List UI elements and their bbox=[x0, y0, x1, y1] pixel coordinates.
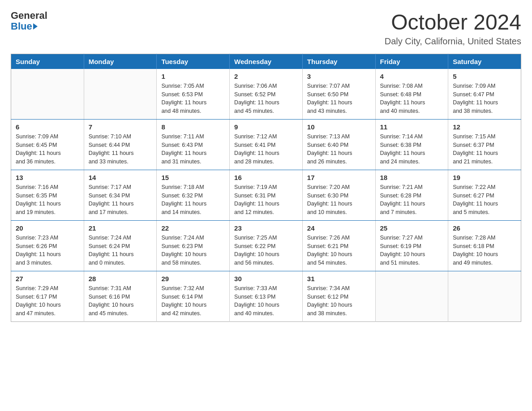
day-info: Sunrise: 7:11 AM Sunset: 6:43 PM Dayligh… bbox=[161, 133, 225, 166]
calendar-cell: 13Sunrise: 7:16 AM Sunset: 6:35 PM Dayli… bbox=[11, 170, 84, 220]
calendar-cell: 16Sunrise: 7:19 AM Sunset: 6:31 PM Dayli… bbox=[230, 170, 303, 220]
day-number: 7 bbox=[89, 123, 152, 131]
calendar-cell bbox=[448, 271, 521, 321]
day-number: 5 bbox=[453, 73, 516, 80]
day-number: 14 bbox=[89, 174, 152, 181]
day-info: Sunrise: 7:13 AM Sunset: 6:40 PM Dayligh… bbox=[307, 133, 371, 166]
day-info: Sunrise: 7:26 AM Sunset: 6:21 PM Dayligh… bbox=[307, 234, 371, 267]
day-number: 26 bbox=[453, 224, 516, 232]
month-title: October 2024 bbox=[385, 11, 521, 34]
logo-general: General bbox=[11, 11, 47, 21]
day-info: Sunrise: 7:12 AM Sunset: 6:41 PM Dayligh… bbox=[234, 133, 298, 166]
calendar-cell: 6Sunrise: 7:09 AM Sunset: 6:45 PM Daylig… bbox=[11, 119, 84, 170]
day-info: Sunrise: 7:22 AM Sunset: 6:27 PM Dayligh… bbox=[453, 183, 516, 217]
calendar-cell: 19Sunrise: 7:22 AM Sunset: 6:27 PM Dayli… bbox=[448, 170, 521, 220]
title-block: October 2024 Daly City, California, Unit… bbox=[385, 11, 521, 47]
calendar-cell: 26Sunrise: 7:28 AM Sunset: 6:18 PM Dayli… bbox=[448, 220, 521, 271]
day-info: Sunrise: 7:15 AM Sunset: 6:37 PM Dayligh… bbox=[453, 133, 516, 166]
day-info: Sunrise: 7:24 AM Sunset: 6:24 PM Dayligh… bbox=[89, 234, 152, 267]
calendar-week-1: 6Sunrise: 7:09 AM Sunset: 6:45 PM Daylig… bbox=[11, 119, 521, 170]
calendar-cell: 1Sunrise: 7:05 AM Sunset: 6:53 PM Daylig… bbox=[157, 69, 230, 120]
calendar-header: SundayMondayTuesdayWednesdayThursdayFrid… bbox=[11, 54, 521, 69]
calendar-cell: 17Sunrise: 7:20 AM Sunset: 6:30 PM Dayli… bbox=[302, 170, 375, 220]
day-info: Sunrise: 7:20 AM Sunset: 6:30 PM Dayligh… bbox=[307, 183, 371, 217]
day-number: 17 bbox=[307, 174, 371, 181]
day-info: Sunrise: 7:29 AM Sunset: 6:17 PM Dayligh… bbox=[16, 284, 79, 318]
calendar-cell: 18Sunrise: 7:21 AM Sunset: 6:28 PM Dayli… bbox=[375, 170, 448, 220]
day-info: Sunrise: 7:10 AM Sunset: 6:44 PM Dayligh… bbox=[89, 133, 152, 166]
header-cell-tuesday: Tuesday bbox=[157, 54, 230, 69]
day-info: Sunrise: 7:05 AM Sunset: 6:53 PM Dayligh… bbox=[161, 82, 225, 116]
header-cell-monday: Monday bbox=[84, 54, 157, 69]
header-cell-sunday: Sunday bbox=[11, 54, 84, 69]
day-number: 25 bbox=[380, 224, 444, 232]
day-info: Sunrise: 7:16 AM Sunset: 6:35 PM Dayligh… bbox=[16, 183, 79, 217]
calendar-cell: 20Sunrise: 7:23 AM Sunset: 6:26 PM Dayli… bbox=[11, 220, 84, 271]
calendar-week-3: 20Sunrise: 7:23 AM Sunset: 6:26 PM Dayli… bbox=[11, 220, 521, 271]
day-info: Sunrise: 7:28 AM Sunset: 6:18 PM Dayligh… bbox=[453, 234, 516, 267]
calendar-cell: 28Sunrise: 7:31 AM Sunset: 6:16 PM Dayli… bbox=[84, 271, 157, 321]
calendar-cell: 29Sunrise: 7:32 AM Sunset: 6:14 PM Dayli… bbox=[157, 271, 230, 321]
calendar-week-2: 13Sunrise: 7:16 AM Sunset: 6:35 PM Dayli… bbox=[11, 170, 521, 220]
day-number: 19 bbox=[453, 174, 516, 181]
calendar-cell: 27Sunrise: 7:29 AM Sunset: 6:17 PM Dayli… bbox=[11, 271, 84, 321]
calendar-week-4: 27Sunrise: 7:29 AM Sunset: 6:17 PM Dayli… bbox=[11, 271, 521, 321]
day-number: 24 bbox=[307, 224, 371, 232]
header-cell-thursday: Thursday bbox=[302, 54, 375, 69]
day-info: Sunrise: 7:08 AM Sunset: 6:48 PM Dayligh… bbox=[380, 82, 444, 116]
calendar-cell: 22Sunrise: 7:24 AM Sunset: 6:23 PM Dayli… bbox=[157, 220, 230, 271]
calendar-cell: 3Sunrise: 7:07 AM Sunset: 6:50 PM Daylig… bbox=[302, 69, 375, 120]
day-number: 29 bbox=[161, 275, 225, 283]
day-number: 28 bbox=[89, 275, 152, 283]
day-info: Sunrise: 7:18 AM Sunset: 6:32 PM Dayligh… bbox=[161, 183, 225, 217]
day-info: Sunrise: 7:09 AM Sunset: 6:45 PM Dayligh… bbox=[16, 133, 79, 166]
logo-blue-text: Blue bbox=[11, 21, 32, 32]
day-number: 22 bbox=[161, 224, 225, 232]
day-info: Sunrise: 7:23 AM Sunset: 6:26 PM Dayligh… bbox=[16, 234, 79, 267]
day-number: 10 bbox=[307, 123, 371, 131]
calendar-cell: 11Sunrise: 7:14 AM Sunset: 6:38 PM Dayli… bbox=[375, 119, 448, 170]
calendar-cell: 14Sunrise: 7:17 AM Sunset: 6:34 PM Dayli… bbox=[84, 170, 157, 220]
day-number: 8 bbox=[161, 123, 225, 131]
header-cell-wednesday: Wednesday bbox=[230, 54, 303, 69]
day-info: Sunrise: 7:19 AM Sunset: 6:31 PM Dayligh… bbox=[234, 183, 298, 217]
day-number: 23 bbox=[234, 224, 298, 232]
calendar-cell: 25Sunrise: 7:27 AM Sunset: 6:19 PM Dayli… bbox=[375, 220, 448, 271]
calendar-cell: 8Sunrise: 7:11 AM Sunset: 6:43 PM Daylig… bbox=[157, 119, 230, 170]
calendar-cell bbox=[84, 69, 157, 120]
calendar-cell: 2Sunrise: 7:06 AM Sunset: 6:52 PM Daylig… bbox=[230, 69, 303, 120]
calendar-body: 1Sunrise: 7:05 AM Sunset: 6:53 PM Daylig… bbox=[11, 69, 521, 322]
day-number: 9 bbox=[234, 123, 298, 131]
logo-arrow-icon bbox=[33, 23, 38, 30]
calendar-cell: 4Sunrise: 7:08 AM Sunset: 6:48 PM Daylig… bbox=[375, 69, 448, 120]
calendar-cell bbox=[11, 69, 84, 120]
calendar-cell: 12Sunrise: 7:15 AM Sunset: 6:37 PM Dayli… bbox=[448, 119, 521, 170]
logo-blue: Blue bbox=[11, 21, 38, 32]
day-number: 20 bbox=[16, 224, 79, 232]
location: Daly City, California, United States bbox=[385, 36, 521, 47]
day-number: 15 bbox=[161, 174, 225, 181]
page-header: General Blue October 2024 Daly City, Cal… bbox=[11, 11, 521, 47]
day-info: Sunrise: 7:06 AM Sunset: 6:52 PM Dayligh… bbox=[234, 82, 298, 116]
calendar-cell: 24Sunrise: 7:26 AM Sunset: 6:21 PM Dayli… bbox=[302, 220, 375, 271]
day-info: Sunrise: 7:34 AM Sunset: 6:12 PM Dayligh… bbox=[307, 284, 371, 318]
calendar-cell: 9Sunrise: 7:12 AM Sunset: 6:41 PM Daylig… bbox=[230, 119, 303, 170]
day-info: Sunrise: 7:21 AM Sunset: 6:28 PM Dayligh… bbox=[380, 183, 444, 217]
day-info: Sunrise: 7:24 AM Sunset: 6:23 PM Dayligh… bbox=[161, 234, 225, 267]
calendar-cell: 5Sunrise: 7:09 AM Sunset: 6:47 PM Daylig… bbox=[448, 69, 521, 120]
day-number: 13 bbox=[16, 174, 79, 181]
day-info: Sunrise: 7:09 AM Sunset: 6:47 PM Dayligh… bbox=[453, 82, 516, 116]
calendar-week-0: 1Sunrise: 7:05 AM Sunset: 6:53 PM Daylig… bbox=[11, 69, 521, 120]
day-info: Sunrise: 7:32 AM Sunset: 6:14 PM Dayligh… bbox=[161, 284, 225, 318]
day-info: Sunrise: 7:14 AM Sunset: 6:38 PM Dayligh… bbox=[380, 133, 444, 166]
header-cell-saturday: Saturday bbox=[448, 54, 521, 69]
day-number: 21 bbox=[89, 224, 152, 232]
calendar-cell: 21Sunrise: 7:24 AM Sunset: 6:24 PM Dayli… bbox=[84, 220, 157, 271]
calendar-cell: 23Sunrise: 7:25 AM Sunset: 6:22 PM Dayli… bbox=[230, 220, 303, 271]
day-info: Sunrise: 7:31 AM Sunset: 6:16 PM Dayligh… bbox=[89, 284, 152, 318]
day-number: 4 bbox=[380, 73, 444, 80]
day-number: 6 bbox=[16, 123, 79, 131]
day-info: Sunrise: 7:17 AM Sunset: 6:34 PM Dayligh… bbox=[89, 183, 152, 217]
day-number: 30 bbox=[234, 275, 298, 283]
day-info: Sunrise: 7:33 AM Sunset: 6:13 PM Dayligh… bbox=[234, 284, 298, 318]
